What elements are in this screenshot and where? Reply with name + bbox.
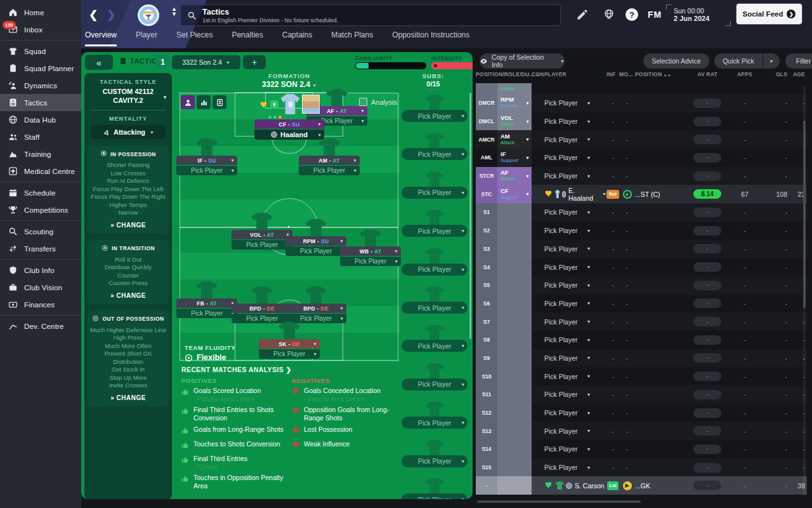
tab-captains[interactable]: Captains <box>282 30 312 46</box>
role-duty-bar[interactable]: RPM - SU▼ <box>285 236 346 246</box>
role-cell[interactable]: RPMSupport▼ <box>497 94 532 112</box>
pick-player-dropdown[interactable]: Pick Player▼ <box>402 378 468 391</box>
subs-scrollbar[interactable] <box>469 93 471 339</box>
player-cell[interactable]: Pick Player▼ <box>544 440 606 458</box>
selection-advice-button[interactable]: Selection Advice <box>643 53 709 69</box>
formation-dropdown[interactable]: 3322 SON 2.4 ▼ <box>229 80 350 89</box>
change-button[interactable]: » CHANGE <box>90 394 166 401</box>
player-cell[interactable]: Pick Player▼ <box>544 404 606 422</box>
sidebar-item-dynamics[interactable]: Dynamics <box>0 77 81 94</box>
col-player[interactable]: PLAYER <box>544 71 606 77</box>
tactic-slot-badge[interactable]: 1 <box>155 55 170 69</box>
pick-player-dropdown[interactable]: Pick Player <box>544 117 578 125</box>
pick-player-dropdown[interactable]: Pick Player▼ <box>285 246 346 256</box>
role-duty-bar[interactable]: BPD - DE▼ <box>285 304 346 313</box>
table-row-s9[interactable]: S9Pick Player▼------ <box>476 349 807 368</box>
sidebar-item-dev-centre[interactable]: Dev. Centre <box>0 318 81 335</box>
player-cell[interactable]: Pick Player▼ <box>544 458 606 477</box>
pick-player-dropdown[interactable]: Pick Player▼ <box>259 349 320 359</box>
sidebar-item-squad-planner[interactable]: Squad Planner <box>0 60 81 77</box>
collapse-panel-button[interactable]: « <box>85 55 113 70</box>
tab-match-plans[interactable]: Match Plans <box>331 30 373 46</box>
player-cell[interactable]: Pick Player▼ <box>544 130 606 149</box>
table-row-s6[interactable]: S6Pick Player▼------ <box>476 295 807 313</box>
table-row-dmcr[interactable]: DMCRRPMSupport▼Pick Player▼------ <box>476 94 807 112</box>
table-scrollbar[interactable] <box>803 121 806 308</box>
back-arrow-icon[interactable]: ❮ <box>86 8 100 22</box>
sidebar-item-training[interactable]: Training <box>0 145 81 163</box>
player-cell[interactable]: Pick Player▼ <box>544 331 606 349</box>
pick-player-dropdown[interactable]: Pick Player▼ <box>402 302 468 314</box>
col-position-role[interactable]: POSITION/ROLE/DU... ▲ <box>476 71 532 77</box>
pick-player-dropdown[interactable]: Pick Player <box>544 318 578 326</box>
forward-arrow-icon[interactable]: ❯ <box>104 8 118 22</box>
table-h-scrollbar[interactable] <box>477 500 641 503</box>
player-name[interactable]: S. Carson <box>575 482 605 490</box>
table-row[interactable]: Attack <box>476 83 807 94</box>
table-row-s13[interactable]: S13Pick Player▼------ <box>476 422 807 440</box>
table-row-s1[interactable]: S1Pick Player▼------ <box>476 203 807 222</box>
sidebar-item-schedule[interactable]: Schedule <box>0 184 81 201</box>
player-cell[interactable]: S. Carson <box>544 476 606 495</box>
pick-player-dropdown[interactable]: Pick Player <box>544 154 578 161</box>
role-cell[interactable]: AFAttack▼ <box>497 167 532 185</box>
tab-player[interactable]: Player <box>136 30 157 46</box>
sidebar-item-finances[interactable]: Finances <box>0 296 81 313</box>
player-cell[interactable]: Pick Player▼ <box>544 203 606 222</box>
add-tactic-button[interactable]: + <box>243 55 266 69</box>
table-row-aml[interactable]: AMLIFSupport▼Pick Player▼------ <box>476 149 807 167</box>
pick-player-dropdown[interactable]: Pick Player▼ <box>402 225 468 237</box>
player-name[interactable]: E. Haaland <box>568 187 593 202</box>
pick-player-dropdown[interactable]: Pick Player <box>544 336 578 344</box>
pick-player-dropdown[interactable]: Pick Player▼ <box>402 417 468 429</box>
player-name-dropdown[interactable]: Haaland▼ <box>254 130 324 140</box>
table-row-s7[interactable]: S7Pick Player▼------ <box>476 312 807 331</box>
pick-player-dropdown[interactable]: Pick Player <box>544 281 578 289</box>
sidebar-item-transfers[interactable]: Transfers <box>0 240 81 257</box>
sidebar-item-club-vision[interactable]: Club Vision <box>0 279 81 296</box>
pick-player-dropdown[interactable]: Pick Player▼ <box>402 148 468 160</box>
role-cell[interactable]: CFSupport▼ <box>497 185 532 203</box>
role-duty-bar[interactable]: AM - AT▼ <box>299 156 360 165</box>
tab-penalties[interactable]: Penalties <box>232 30 263 46</box>
player-cell[interactable]: Pick Player▼ <box>544 222 606 240</box>
tab-opposition-instructions[interactable]: Opposition Instructions <box>392 30 469 46</box>
sidebar-item-scouting[interactable]: Scouting <box>0 223 81 240</box>
role-duty-bar[interactable]: WB - AT▼ <box>340 246 401 256</box>
col-position[interactable]: POSITION ▲▲ <box>635 71 688 77</box>
pick-player-dropdown[interactable]: Pick Player <box>544 445 578 453</box>
sidebar-item-medical-centre[interactable]: Medical Centre <box>0 163 81 180</box>
pick-player-dropdown[interactable]: Pick Player <box>544 172 578 180</box>
role-cell[interactable]: AMAttack▼ <box>497 130 532 149</box>
pick-player-dropdown[interactable]: Pick Player <box>544 300 578 307</box>
player-cell[interactable]: Pick Player▼ <box>544 385 606 404</box>
club-badge-man-city[interactable] <box>137 4 160 27</box>
pick-player-dropdown[interactable]: Pick Player <box>544 391 578 398</box>
pick-player-dropdown[interactable]: Pick Player <box>544 373 578 380</box>
col-apps[interactable]: APPS <box>726 71 763 77</box>
pick-player-dropdown[interactable]: Pick Player▼ <box>299 166 360 175</box>
col-gls[interactable]: GLS <box>763 71 787 77</box>
role-duty-bar[interactable]: SK - DE▼ <box>259 339 320 349</box>
pick-player-dropdown[interactable]: Pick Player <box>544 354 578 362</box>
mentality-dropdown[interactable]: Attacking ▼ <box>91 125 166 139</box>
table-row-s14[interactable]: S14Pick Player▼------ <box>476 440 807 458</box>
tactical-style-dropdown[interactable]: CUSTOM 42112 CAVITY.2 ▼ <box>88 87 169 105</box>
table-row-stc[interactable]: STCCFSupport▼E. Haaland▼Rst▲...ST (C)8.1… <box>476 185 807 203</box>
pick-player-dropdown[interactable]: Pick Player▼ <box>402 340 468 352</box>
sidebar-item-club-info[interactable]: Club Info <box>0 262 81 279</box>
col-con[interactable]: CON <box>532 71 544 77</box>
pick-player-dropdown[interactable]: Pick Player <box>544 409 578 417</box>
quick-pick-dropdown[interactable]: ▼ <box>763 53 780 69</box>
pick-player-dropdown[interactable]: Pick Player <box>544 208 578 216</box>
pick-player-dropdown[interactable]: Pick Player▼ <box>402 187 468 199</box>
sidebar-item-squad[interactable]: Squad <box>0 43 81 60</box>
pick-player-dropdown[interactable]: Pick Player▼ <box>402 455 468 467</box>
table-row-s12[interactable]: S12Pick Player▼------ <box>476 404 807 422</box>
player-cell[interactable]: Pick Player▼ <box>544 312 606 331</box>
col-mo[interactable]: MO... <box>619 71 635 77</box>
player-cell[interactable]: Pick Player▼ <box>544 367 606 385</box>
filter-dropdown[interactable]: Filter▼ <box>785 53 812 69</box>
panel-collapse-icon[interactable]: ▲▼ <box>171 6 177 17</box>
player-cell[interactable]: Pick Player▼ <box>544 276 606 295</box>
